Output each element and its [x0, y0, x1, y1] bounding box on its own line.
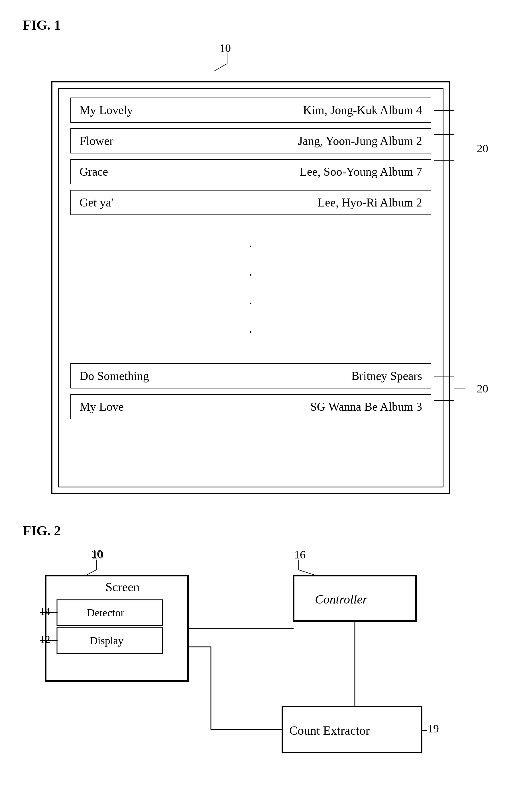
fig2-diagram: 10 10 16 Screen Detector Display	[40, 547, 467, 770]
song-artist-1: Kim, Jong-Kuk Album 4	[303, 103, 422, 117]
inner-box: My Lovely Kim, Jong-Kuk Album 4 Flower J…	[58, 88, 444, 488]
outer-box: My Lovely Kim, Jong-Kuk Album 4 Flower J…	[51, 81, 450, 494]
song-row-4: Get ya' Lee, Hyo-Ri Album 2	[70, 190, 431, 215]
song-row-3: Grace Lee, Soo-Young Album 7	[70, 159, 431, 184]
svg-text:16: 16	[294, 548, 306, 561]
song-row-5: Do Something Britney Spears	[70, 363, 431, 388]
svg-text:12: 12	[40, 634, 50, 645]
fig1-label: FIG. 1	[23, 17, 500, 33]
song-artist-4: Lee, Hyo-Ri Album 2	[318, 196, 422, 209]
fig1-section: FIG. 1 10 My Lovely Kim, Jong-Kuk Album …	[23, 17, 500, 494]
svg-text:Screen: Screen	[106, 580, 140, 594]
song-artist-3: Lee, Soo-Young Album 7	[300, 165, 422, 179]
song-title-2: Flower	[79, 134, 113, 148]
svg-text:Controller: Controller	[315, 593, 368, 606]
dots-area: · · · ·	[70, 221, 431, 358]
fig2-label: FIG. 2	[23, 523, 500, 539]
svg-line-1	[214, 64, 227, 71]
svg-text:10: 10	[92, 548, 104, 561]
song-title-4: Get ya'	[79, 196, 113, 209]
song-title-5: Do Something	[79, 369, 149, 383]
svg-text:14: 14	[40, 606, 50, 617]
song-row-2: Flower Jang, Yoon-Jung Album 2	[70, 128, 431, 154]
bottom-songs-group: Do Something Britney Spears My Love SG W…	[70, 363, 431, 419]
fig1-ref-20-bottom: 20	[477, 382, 488, 395]
song-title-3: Grace	[79, 165, 108, 179]
fig1-ref-20-top: 20	[477, 142, 488, 155]
fig1-diagram: 10 My Lovely Kim, Jong-Kuk Album 4	[51, 41, 450, 494]
fig2-section: FIG. 2 10 10 16 Screen Detector	[23, 523, 500, 770]
song-artist-2: Jang, Yoon-Jung Album 2	[298, 134, 422, 148]
song-artist-6: SG Wanna Be Album 3	[310, 400, 422, 413]
svg-text:Display: Display	[90, 635, 123, 647]
song-artist-5: Britney Spears	[351, 369, 422, 383]
svg-text:Detector: Detector	[87, 607, 124, 619]
song-title-6: My Love	[79, 400, 124, 413]
song-title-1: My Lovely	[79, 103, 133, 117]
svg-text:19: 19	[428, 722, 439, 735]
svg-text:Count Extractor: Count Extractor	[289, 724, 370, 738]
page-container: FIG. 1 10 My Lovely Kim, Jong-Kuk Album …	[23, 17, 500, 770]
top-songs-group: My Lovely Kim, Jong-Kuk Album 4 Flower J…	[70, 98, 431, 215]
song-row-1: My Lovely Kim, Jong-Kuk Album 4	[70, 98, 431, 123]
song-row-6: My Love SG Wanna Be Album 3	[70, 394, 431, 419]
